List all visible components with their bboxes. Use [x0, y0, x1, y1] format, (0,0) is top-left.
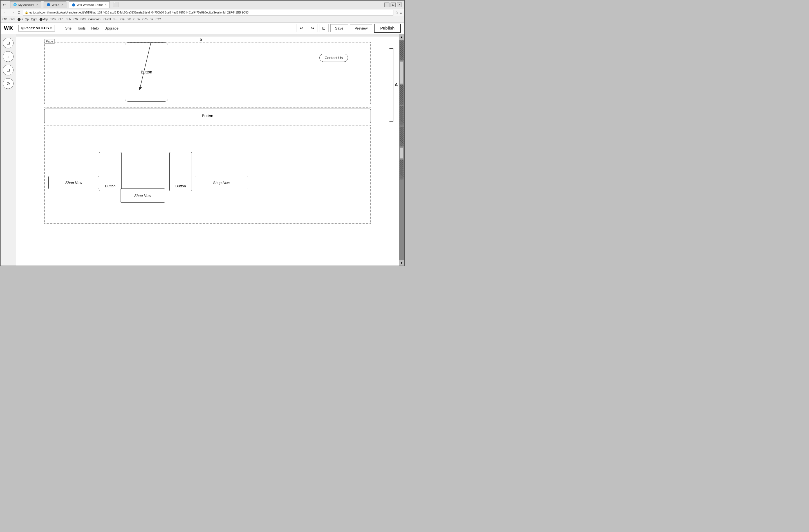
- tab-my-account[interactable]: 🌐 My Account ✕: [10, 1, 41, 8]
- preview-button[interactable]: Preview: [350, 24, 372, 32]
- tab-wix-c[interactable]: 🔵 Wix.c ✕: [44, 1, 66, 8]
- bookmark-y[interactable]: □Y: [150, 18, 153, 21]
- scroll-seg-1: [400, 40, 403, 60]
- tab-my-account-label: My Account: [18, 3, 34, 6]
- browser-back-icon[interactable]: ↩: [3, 3, 6, 7]
- bookmark-map[interactable]: ⬤Map: [39, 18, 48, 21]
- shop-now-text-1[interactable]: Shop Now: [120, 188, 165, 203]
- tab-wix-c-label: Wix.c: [52, 3, 59, 6]
- toolbar-menu: Site Tools Help Upgrade: [65, 26, 119, 30]
- scroll-down-btn[interactable]: ▼: [399, 260, 404, 265]
- maximize-btn[interactable]: ⊡: [391, 2, 396, 7]
- save-button[interactable]: Save: [330, 24, 348, 32]
- bookmark-w2[interactable]: □W2: [80, 18, 86, 21]
- add-icon: +: [7, 54, 10, 59]
- bookmark-w[interactable]: □W: [74, 18, 78, 21]
- menu-tools[interactable]: Tools: [77, 26, 86, 30]
- bookmark-ts2[interactable]: □TS2: [133, 18, 140, 21]
- lower-section: [44, 125, 371, 224]
- url-bar[interactable]: 🔒 editor.wix.com/html/editor/web/rendere…: [23, 10, 393, 16]
- tab-wix-c-close[interactable]: ✕: [61, 3, 63, 6]
- scroll-seg-5: [400, 160, 403, 179]
- bookmark-z5[interactable]: □Z5: [143, 18, 148, 21]
- address-bar: ← → C 🔒 editor.wix.com/html/editor/web/r…: [1, 9, 404, 16]
- pages-label: Pages:: [24, 26, 35, 30]
- forward-btn[interactable]: →: [10, 11, 15, 15]
- shop-now-box-label: Shop Now: [65, 181, 82, 185]
- menu-site[interactable]: Site: [65, 26, 71, 30]
- editor-main: ⊡ + ⊟ ⊙ Page: [1, 34, 404, 265]
- bookmark-1[interactable]: □①: [120, 18, 125, 21]
- tall-button-1[interactable]: Button: [99, 152, 122, 191]
- menu-help[interactable]: Help: [91, 26, 99, 30]
- tall-button-1-label: Button: [105, 184, 116, 188]
- title-bar: ↩ 🌐 My Account ✕ 🔵 Wix.c ✕ 🔵 Wix Website…: [1, 1, 404, 9]
- annotation-bracket: A: [390, 48, 398, 122]
- menu-upgrade[interactable]: Upgrade: [104, 26, 119, 30]
- shop-now-text-1-label: Shop Now: [134, 193, 151, 198]
- bookmark-star-icon[interactable]: ☆: [395, 11, 398, 15]
- v-line-lower-right: [370, 125, 371, 223]
- bookmarks-bar: □N1 □N2 ⬤G ⊡p ⊡gm ⬤Map □Per □U1 □U2 □W □…: [1, 16, 404, 22]
- tab-editor-close[interactable]: ✕: [104, 3, 107, 6]
- page-label: Page: [45, 39, 55, 44]
- sidebar-media-btn[interactable]: ⊟: [3, 65, 14, 75]
- tab-my-account-close[interactable]: ✕: [36, 3, 38, 6]
- bookmark-2[interactable]: □②: [127, 18, 131, 21]
- scroll-seg-3: [400, 106, 403, 125]
- center-card-button[interactable]: Button: [125, 42, 168, 102]
- publish-button[interactable]: Publish: [374, 24, 401, 33]
- v-line-right: [370, 42, 371, 104]
- url-text: editor.wix.com/html/editor/web/renderer/…: [29, 11, 249, 14]
- bookmark-p[interactable]: ⊡p: [25, 18, 29, 21]
- right-scrollbar[interactable]: ▲ ▼: [399, 34, 404, 265]
- top-section: Page Contact Us Button: [44, 42, 371, 104]
- a-label: A: [395, 82, 398, 87]
- sidebar-pages-btn[interactable]: ⊡: [3, 38, 14, 48]
- close-btn[interactable]: ✕: [397, 2, 402, 7]
- new-tab-btn[interactable]: ⬜: [113, 2, 119, 7]
- bookmark-heb[interactable]: □טוז: [113, 18, 118, 21]
- bookmark-u1[interactable]: □U1: [58, 18, 64, 21]
- tab-wix-editor[interactable]: 🔵 Wix Website Editor ✕: [69, 1, 110, 8]
- undo-button[interactable]: ↩: [297, 24, 306, 32]
- sidebar-add-btn[interactable]: +: [3, 51, 14, 62]
- upload-icon: ⊙: [6, 81, 10, 86]
- bookmark-n2[interactable]: □N2: [10, 18, 15, 21]
- bookmark-yy[interactable]: □YY: [156, 18, 161, 21]
- shop-now-text-2[interactable]: Shop Now: [195, 176, 248, 189]
- tab-wix-editor-label: Wix Website Editor: [77, 3, 103, 6]
- toolbar-right: ↩ ↪ ⊡ Save Preview Publish: [297, 24, 401, 33]
- x-label: X: [200, 38, 202, 42]
- menu-dots-icon[interactable]: ≡: [400, 11, 402, 14]
- scroll-thumb-2[interactable]: [400, 148, 403, 159]
- scroll-thumb[interactable]: [400, 61, 403, 84]
- device-toggle-button[interactable]: ⊡: [319, 24, 329, 32]
- pages-dropdown-icon[interactable]: ▾: [50, 26, 52, 30]
- minimize-btn[interactable]: —: [384, 2, 390, 7]
- contact-us-button[interactable]: Contact Us: [320, 54, 348, 62]
- back-btn[interactable]: ←: [3, 11, 8, 15]
- bookmark-aikido[interactable]: □Aikido+S: [88, 18, 101, 21]
- bookmark-g[interactable]: ⬤G: [17, 18, 23, 21]
- bookmark-gm[interactable]: ⊡gm: [31, 18, 37, 21]
- scroll-seg-2: [400, 85, 403, 105]
- wide-button[interactable]: Button: [44, 108, 371, 123]
- bookmark-evnt[interactable]: □Evnt: [104, 18, 111, 21]
- bookmark-n1[interactable]: □N1: [2, 18, 7, 21]
- browser-window: ↩ 🌐 My Account ✕ 🔵 Wix.c ✕ 🔵 Wix Website…: [0, 0, 404, 266]
- tall-button-2-label: Button: [175, 184, 186, 188]
- shop-now-text-2-label: Shop Now: [213, 181, 230, 185]
- editor-toolbar: WiX ⎘ Pages: VIDEOS ▾ Site Tools Help Up…: [1, 22, 404, 34]
- refresh-btn[interactable]: C: [17, 11, 21, 15]
- bookmark-u2[interactable]: □U2: [66, 18, 71, 21]
- scroll-up-btn[interactable]: ▲: [399, 34, 404, 40]
- pages-button[interactable]: ⎘ Pages: VIDEOS ▾: [18, 25, 55, 32]
- h-line-1: [16, 105, 399, 105]
- tall-button-2[interactable]: Button: [169, 152, 192, 191]
- sidebar-upload-btn[interactable]: ⊙: [3, 78, 14, 89]
- media-icon: ⊟: [6, 68, 10, 73]
- redo-button[interactable]: ↪: [308, 24, 317, 32]
- bookmark-per[interactable]: □Per: [50, 18, 56, 21]
- shop-now-box-button[interactable]: Shop Now: [48, 176, 99, 189]
